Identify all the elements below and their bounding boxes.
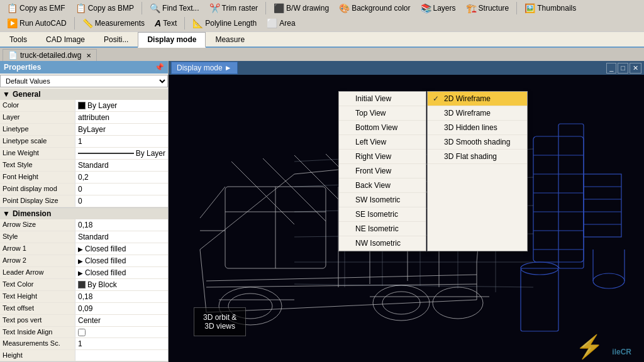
props-value-arrow1: ▶ Closed filled: [75, 243, 168, 255]
copy-emf-button[interactable]: 📋 Copy as EMF: [3, 1, 70, 15]
props-value-measurements-sc: 1: [75, 338, 168, 349]
vp-close-button[interactable]: ✕: [630, 63, 641, 74]
toolbar-sep-2: [265, 2, 266, 14]
measurements-sc-value: 1: [78, 339, 82, 348]
thumbnails-button[interactable]: 🖼️ Thumbnails: [520, 1, 580, 15]
props-label-textheight: Text Height: [0, 291, 75, 302]
arrowsize-value: 0,18: [78, 221, 92, 229]
props-label-layer: Layer: [0, 112, 75, 123]
copy-emf-label: Copy as EMF: [19, 4, 65, 13]
watermark-text: ileCR: [612, 348, 631, 356]
dimension-label: Dimension: [13, 209, 51, 218]
props-row-textheight: Text Height 0,18: [0, 291, 168, 303]
tab-tools[interactable]: Tools: [0, 32, 36, 48]
props-row-lineweight: Line Weight By Layer: [0, 148, 168, 160]
measurements-button[interactable]: 📏 Measurements: [78, 16, 149, 30]
back-view-item[interactable]: Back View: [339, 178, 426, 193]
top-view-item[interactable]: Top View: [339, 106, 426, 121]
props-label-pointdisplaysize: Point Display Size: [0, 195, 75, 207]
props-value-textinsidealign: [75, 327, 168, 337]
close-file-icon[interactable]: ✕: [86, 52, 91, 59]
textstyle-value: Standard: [78, 161, 109, 170]
tab-display-mode[interactable]: Display mode: [138, 32, 206, 48]
bottom-view-item[interactable]: Bottom View: [339, 121, 426, 135]
props-label-textposvert: Text pos vert: [0, 315, 75, 326]
toolbar-row-1: 📋 Copy as EMF 📋 Copy as BMP 🔍 Find Text.…: [0, 0, 644, 32]
run-autocad-button[interactable]: ▶️ Run AutoCAD: [3, 16, 71, 30]
properties-pin-icon[interactable]: 📌: [155, 63, 164, 72]
props-value-pointdisplaysize: 0: [75, 195, 168, 207]
trim-raster-label: Trim raster: [222, 4, 258, 13]
text-icon: A: [155, 18, 161, 28]
front-view-item[interactable]: Front View: [339, 164, 426, 178]
vp-maximize-button[interactable]: □: [618, 63, 628, 74]
layer-value: attributen: [78, 113, 109, 122]
2d-wireframe-item[interactable]: ✓ 2D Wireframe: [428, 92, 527, 106]
props-value-textheight: 0,18: [75, 291, 168, 302]
props-label-arrow2: Arrow 2: [0, 255, 75, 266]
props-row-fontheight: Font Height 0,2: [0, 172, 168, 184]
orbit-label-line2: 3D views: [203, 322, 236, 331]
3d-flat-shading-item[interactable]: 3D Flat shading: [428, 150, 527, 164]
nw-isometric-item[interactable]: NW Isometric: [339, 236, 426, 251]
props-row-style: Style Standard: [0, 231, 168, 243]
3d-wireframe-item[interactable]: 3D Wireframe: [428, 106, 527, 121]
polyline-length-button[interactable]: 📐 Polyline Length: [188, 16, 261, 30]
toolbar-sep-1: [142, 2, 142, 14]
bw-drawing-icon: ⬛: [274, 3, 284, 13]
bw-drawing-label: B/W drawing: [286, 4, 329, 13]
props-row-textoffset: Text offset 0,09: [0, 303, 168, 315]
polyline-length-label: Polyline Length: [205, 19, 257, 28]
props-section-general-header[interactable]: ▼ General: [0, 89, 168, 100]
props-label-textinsidealign: Text Inside Align: [0, 327, 75, 337]
se-isometric-item[interactable]: SE Isometric: [339, 207, 426, 222]
properties-dropdown[interactable]: Default Values: [0, 75, 168, 87]
bg-color-button[interactable]: 🎨 Background color: [335, 1, 414, 15]
bw-drawing-button[interactable]: ⬛ B/W drawing: [269, 1, 333, 15]
expand-general-icon: ▼: [3, 90, 10, 99]
props-label-linetype-scale: Linetype scale: [0, 136, 75, 147]
ribbon-tab-bar: Tools CAD Image Positi... Display mode M…: [0, 32, 644, 48]
file-name: truck-detailed.dwg: [20, 51, 81, 60]
vp-minimize-button[interactable]: _: [606, 63, 616, 74]
pointdisplaysize-value: 0: [78, 197, 82, 206]
props-label-lineweight: Line Weight: [0, 148, 75, 159]
textcolor-swatch: [78, 281, 86, 288]
copy-bmp-button[interactable]: 📋 Copy as BMP: [71, 1, 138, 15]
nw-isometric-label: NW Isometric: [355, 239, 401, 248]
props-row-textcolor: Text Color By Block: [0, 279, 168, 291]
fontheight-value: 0,2: [78, 173, 89, 182]
tab-cad-image[interactable]: CAD Image: [36, 32, 94, 48]
display-mode-menu-trigger[interactable]: Display mode ►: [171, 62, 238, 74]
bg-color-label: Background color: [352, 4, 410, 13]
props-value-leader-arrow: ▶ Closed filled: [75, 267, 168, 278]
display-mode-label: Display mode: [177, 63, 223, 72]
layers-button[interactable]: 📚 Layers: [416, 1, 460, 15]
props-value-pointdisplaymod: 0: [75, 184, 168, 195]
initial-view-item[interactable]: Initial View: [339, 92, 426, 106]
area-button[interactable]: ⬜ Area: [262, 16, 299, 30]
general-label: General: [13, 90, 41, 99]
textinsidealign-checkbox[interactable]: [78, 329, 86, 336]
sw-isometric-item[interactable]: SW Isometric: [339, 193, 426, 207]
props-label-linetype: Linetype: [0, 124, 75, 135]
props-row-pointdisplaysize: Point Display Size 0: [0, 195, 168, 207]
3d-hidden-lines-item[interactable]: 3D Hidden lines: [428, 121, 527, 135]
run-autocad-icon: ▶️: [7, 18, 18, 28]
right-view-item[interactable]: Right View: [339, 150, 426, 164]
tab-position[interactable]: Positi...: [94, 32, 138, 48]
3d-smooth-shading-item[interactable]: 3D Smooth shading: [428, 135, 527, 150]
structure-button[interactable]: 🏗️ Structure: [462, 1, 514, 15]
properties-title: Properties: [4, 63, 41, 72]
left-view-item[interactable]: Left View: [339, 135, 426, 150]
file-tab[interactable]: 📄 truck-detailed.dwg ✕: [3, 49, 97, 61]
layers-label: Layers: [433, 4, 456, 13]
trim-raster-button[interactable]: ✂️ Trim raster: [205, 1, 263, 15]
file-tab-row: 📄 truck-detailed.dwg ✕: [0, 48, 644, 61]
tab-measure[interactable]: Measure: [206, 32, 254, 48]
text-button[interactable]: A Text: [150, 16, 181, 30]
props-section-dimension-header[interactable]: ▼ Dimension: [0, 208, 168, 219]
area-label: Area: [279, 19, 295, 28]
find-text-button[interactable]: 🔍 Find Text...: [145, 1, 203, 15]
ne-isometric-item[interactable]: NE Isometric: [339, 222, 426, 236]
